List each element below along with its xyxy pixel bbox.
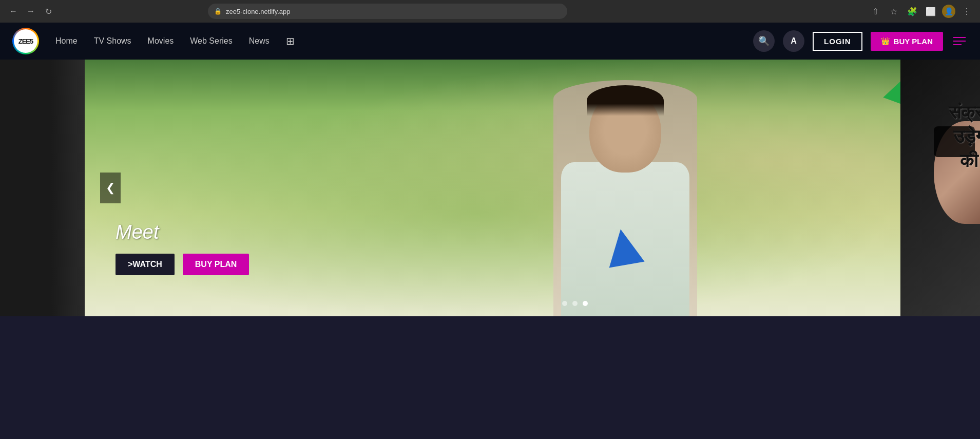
slide-dot-3[interactable] xyxy=(583,301,588,306)
bookmark-button[interactable]: ☆ xyxy=(887,4,901,18)
slider-prev-button[interactable]: ❮ xyxy=(100,173,121,203)
nav-movies[interactable]: Movies xyxy=(148,36,174,46)
slide-dot-2[interactable] xyxy=(572,301,578,306)
nav-web-series[interactable]: Web Series xyxy=(190,36,232,46)
browser-profile[interactable]: 👤 xyxy=(942,5,955,18)
browser-menu-button[interactable]: ⋮ xyxy=(959,4,974,18)
hero-buttons: >WATCH BUY PLAN xyxy=(116,254,249,275)
refresh-button[interactable]: ↻ xyxy=(41,4,55,18)
split-button[interactable]: ⬜ xyxy=(924,4,938,18)
back-button[interactable]: ← xyxy=(6,4,21,18)
share-button[interactable]: ⇧ xyxy=(868,4,882,18)
browser-actions: ⇧ ☆ 🧩 ⬜ 👤 ⋮ xyxy=(868,4,974,18)
hero-slider: संक्रांति पर उड़ेगी मीत की पतंग Meet >WA… xyxy=(85,60,980,316)
nav-right: 🔍 A LOGIN 👑 BUY PLAN xyxy=(753,30,968,52)
grid-icon[interactable]: ⊞ xyxy=(286,35,295,47)
zee5-logo[interactable]: ZEE5 xyxy=(12,28,39,54)
hamburger-menu-button[interactable] xyxy=(951,35,968,47)
buy-plan-button[interactable]: 👑 BUY PLAN xyxy=(871,32,943,51)
extensions-button[interactable]: 🧩 xyxy=(905,4,919,18)
hindi-title: संक्रांति पर उड़ेगी मीत की पतंग xyxy=(949,101,980,173)
hero-hindi-overlay: संक्रांति पर उड़ेगी मीत की पतंग xyxy=(949,101,980,173)
nav-news[interactable]: News xyxy=(249,36,270,46)
hero-content: Meet >WATCH BUY PLAN xyxy=(116,221,249,275)
navbar: ZEE5 Home TV Shows Movies Web Series New… xyxy=(0,23,980,60)
hero-container: संक्रांति पर उड़ेगी मीत की पतंग Meet >WA… xyxy=(0,60,980,316)
watch-button[interactable]: >WATCH xyxy=(116,254,175,275)
crown-icon: 👑 xyxy=(881,37,890,45)
address-bar[interactable]: 🔒 zee5-clone.netlify.app xyxy=(208,4,567,19)
nav-tv-shows[interactable]: TV Shows xyxy=(94,36,131,46)
hamburger-line-3 xyxy=(953,44,962,45)
search-button[interactable]: 🔍 xyxy=(753,30,775,52)
side-panel-left xyxy=(0,60,85,316)
forward-button[interactable]: → xyxy=(24,4,38,18)
hero-title: Meet xyxy=(116,221,249,243)
logo-container[interactable]: ZEE5 xyxy=(12,28,39,54)
buy-plan-label: BUY PLAN xyxy=(894,37,933,46)
url-text: zee5-clone.netlify.app xyxy=(226,8,291,15)
hamburger-line-1 xyxy=(953,37,966,38)
browser-chrome: ← → ↻ 🔒 zee5-clone.netlify.app ⇧ ☆ 🧩 ⬜ 👤… xyxy=(0,0,980,23)
nav-home[interactable]: Home xyxy=(55,36,78,46)
login-button[interactable]: LOGIN xyxy=(813,32,862,51)
browser-nav-buttons: ← → ↻ xyxy=(6,4,55,18)
hamburger-line-2 xyxy=(953,41,966,42)
nav-links: Home TV Shows Movies Web Series News ⊞ xyxy=(55,35,753,47)
lock-icon: 🔒 xyxy=(214,8,222,15)
slide-dot-1[interactable] xyxy=(562,301,567,306)
hero-buy-plan-button[interactable]: BUY PLAN xyxy=(183,254,249,275)
user-button[interactable]: A xyxy=(783,30,804,52)
hero-background xyxy=(85,60,980,316)
side-panel-right xyxy=(900,60,980,316)
slider-dots xyxy=(85,301,980,306)
